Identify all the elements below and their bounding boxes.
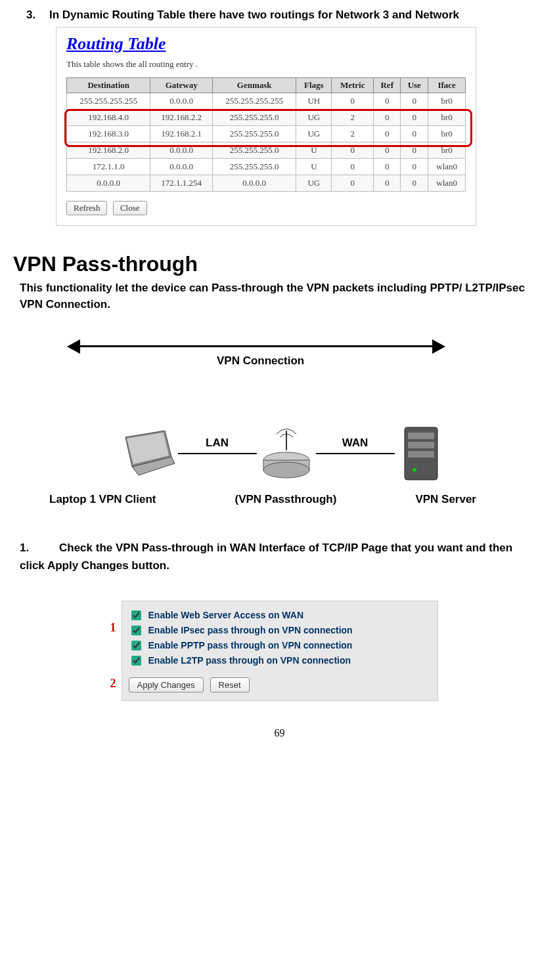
- table-cell: br0: [428, 142, 466, 158]
- table-cell: 2: [332, 109, 374, 125]
- checkbox-row: Enable Web Server Access on WAN: [129, 608, 431, 623]
- routing-header: Gateway: [150, 77, 213, 93]
- table-cell: 192.168.3.0: [67, 125, 150, 142]
- table-cell: 0: [401, 125, 428, 142]
- checkbox-row: Enable L2TP pass through on VPN connecti…: [129, 653, 431, 668]
- label-server: VPN Server: [415, 493, 476, 506]
- table-cell: 0.0.0.0: [212, 175, 296, 191]
- label-client: Laptop 1 VPN Client: [49, 493, 156, 506]
- table-cell: 0: [332, 93, 374, 109]
- routing-header: Iface: [428, 77, 466, 93]
- vpn-heading: VPN Pass-through: [13, 252, 539, 276]
- table-cell: 0: [401, 158, 428, 175]
- routing-header: Use: [401, 77, 428, 93]
- table-cell: 0: [374, 109, 401, 125]
- routing-table-title: Routing Table: [66, 34, 466, 54]
- checkbox-row: Enable PPTP pass through on VPN connecti…: [129, 638, 431, 653]
- table-cell: 0: [332, 175, 374, 191]
- table-cell: 0: [374, 175, 401, 191]
- routing-header: Ref: [374, 77, 401, 93]
- checkbox-label: Enable Web Server Access on WAN: [148, 610, 304, 620]
- checkbox-label: Enable IPsec pass through on VPN connect…: [148, 625, 353, 635]
- table-cell: U: [296, 158, 332, 175]
- svg-point-6: [263, 462, 309, 478]
- table-cell: 255.255.255.255: [212, 93, 296, 109]
- checkbox[interactable]: [131, 610, 141, 620]
- label-passthrough: (VPN Passthrough): [235, 493, 336, 506]
- svg-rect-9: [408, 442, 434, 448]
- routing-header: Flags: [296, 77, 332, 93]
- table-cell: 255.255.255.0: [212, 109, 296, 125]
- table-row: 192.168.3.0192.168.2.1255.255.255.0UG200…: [67, 125, 466, 142]
- lan-label: LAN: [206, 437, 229, 450]
- routing-table: DestinationGatewayGenmaskFlagsMetricRefU…: [66, 77, 466, 192]
- table-cell: br0: [428, 93, 466, 109]
- checkbox[interactable]: [131, 656, 141, 666]
- routing-table-subtitle: This table shows the all routing entry .: [66, 59, 466, 70]
- table-cell: wlan0: [428, 158, 466, 175]
- table-cell: 0: [374, 142, 401, 158]
- intro-text: 3. In Dynamic Routing Table there have t…: [26, 7, 539, 24]
- table-cell: 255.255.255.255: [67, 93, 150, 109]
- table-cell: 0: [401, 93, 428, 109]
- reset-button[interactable]: Reset: [210, 677, 250, 692]
- routing-table-panel: Routing Table This table shows the all r…: [56, 27, 476, 226]
- table-row: 192.168.4.0192.168.2.2255.255.255.0UG200…: [67, 109, 466, 125]
- topology-diagram: LAN WAN: [20, 421, 539, 486]
- table-row: 172.1.1.00.0.0.0255.255.255.0U000wlan0: [67, 158, 466, 175]
- table-cell: 255.255.255.0: [212, 125, 296, 142]
- laptop-icon: [112, 431, 178, 477]
- table-cell: 0: [401, 109, 428, 125]
- step-1-number: 1.: [20, 539, 59, 557]
- table-cell: U: [296, 142, 332, 158]
- table-cell: 0: [332, 158, 374, 175]
- svg-point-11: [413, 468, 416, 472]
- intro-number: 3.: [26, 7, 49, 24]
- page-number: 69: [20, 727, 539, 739]
- checkbox[interactable]: [131, 626, 141, 635]
- table-cell: 0.0.0.0: [150, 93, 213, 109]
- routing-header: Metric: [332, 77, 374, 93]
- table-cell: 0: [401, 142, 428, 158]
- vpn-checkbox-panel: 1 2 Enable Web Server Access on WANEnabl…: [122, 601, 438, 701]
- svg-rect-8: [408, 433, 434, 439]
- checkbox-row: Enable IPsec pass through on VPN connect…: [129, 623, 431, 638]
- table-row: 255.255.255.2550.0.0.0255.255.255.255UH0…: [67, 93, 466, 109]
- intro-body: In Dynamic Routing Table there have two …: [49, 7, 539, 24]
- vpn-connection-arrow: [72, 339, 440, 352]
- table-cell: UG: [296, 109, 332, 125]
- callout-2: 2: [110, 677, 116, 691]
- checkbox[interactable]: [131, 641, 141, 650]
- wan-label: WAN: [342, 437, 369, 450]
- table-cell: 172.1.1.0: [67, 158, 150, 175]
- table-cell: 0.0.0.0: [150, 158, 213, 175]
- table-cell: 255.255.255.0: [212, 142, 296, 158]
- table-cell: 192.168.2.0: [67, 142, 150, 158]
- table-cell: 255.255.255.0: [212, 158, 296, 175]
- table-cell: UG: [296, 125, 332, 142]
- diagram-labels: Laptop 1 VPN Client (VPN Passthrough) VP…: [26, 493, 499, 506]
- table-cell: 0: [374, 125, 401, 142]
- step-1-body: Check the VPN Pass-through in WAN Interf…: [20, 542, 512, 572]
- vpn-description: This functionality let the device can Pa…: [20, 280, 539, 313]
- step-1-text: 1.Check the VPN Pass-through in WAN Inte…: [20, 539, 539, 574]
- lan-line: LAN: [178, 453, 257, 454]
- refresh-button[interactable]: Refresh: [66, 201, 107, 215]
- table-cell: br0: [428, 125, 466, 142]
- table-cell: 192.168.2.2: [150, 109, 213, 125]
- close-button[interactable]: Close: [113, 201, 147, 215]
- checkbox-label: Enable L2TP pass through on VPN connecti…: [148, 655, 351, 666]
- table-cell: br0: [428, 109, 466, 125]
- table-row: 0.0.0.0172.1.1.2540.0.0.0UG000wlan0: [67, 175, 466, 191]
- apply-changes-button[interactable]: Apply Changes: [129, 677, 204, 692]
- router-icon: [257, 427, 316, 480]
- table-cell: UH: [296, 93, 332, 109]
- routing-header: Destination: [67, 77, 150, 93]
- table-cell: 0.0.0.0: [67, 175, 150, 191]
- table-row: 192.168.2.00.0.0.0255.255.255.0U000br0: [67, 142, 466, 158]
- vpn-connection-label: VPN Connection: [217, 354, 539, 368]
- table-cell: 0.0.0.0: [150, 142, 213, 158]
- routing-header: Genmask: [212, 77, 296, 93]
- table-cell: 192.168.4.0: [67, 109, 150, 125]
- table-cell: 0: [374, 158, 401, 175]
